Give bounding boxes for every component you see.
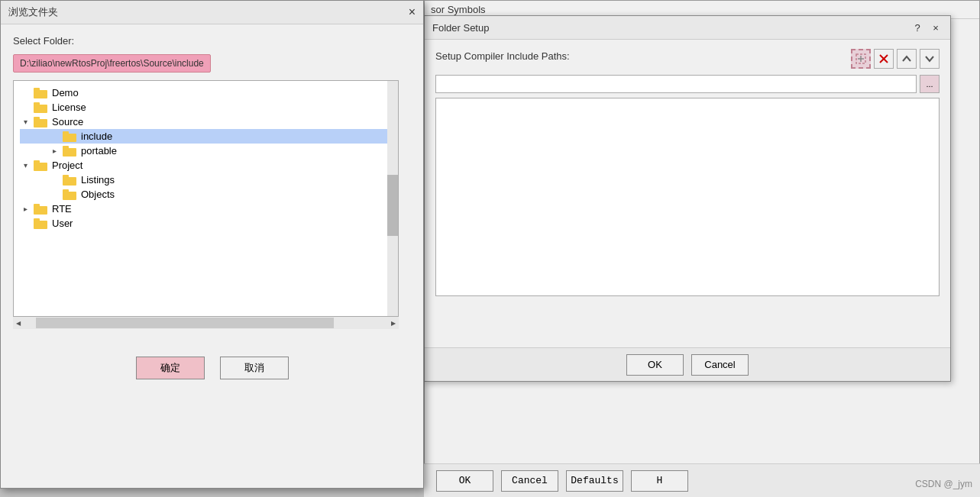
tree-item[interactable]: ▾Project	[20, 158, 392, 173]
hscroll-right-button[interactable]: ▶	[388, 318, 399, 328]
tree-expand-icon[interactable]: ▾	[20, 117, 31, 127]
paths-list[interactable]	[435, 98, 940, 296]
folder-icon	[34, 102, 47, 113]
tree-item-label: portable	[81, 145, 117, 157]
folder-icon	[63, 175, 76, 186]
tree-item-label: Listings	[81, 174, 115, 186]
folder-setup-close-button[interactable]: ×	[929, 21, 943, 34]
main-window-title: sor Symbols	[431, 4, 486, 15]
tree-item[interactable]: ▾Source	[20, 115, 392, 129]
tree-item[interactable]: ▸RTE	[20, 202, 392, 216]
folder-icon	[63, 189, 76, 200]
tree-item[interactable]: Listings	[20, 173, 392, 187]
tree-item-label: include	[81, 131, 112, 142]
folder-setup-body: Setup Compiler Include Paths:	[425, 40, 950, 318]
tree-expand-icon[interactable]	[49, 189, 60, 200]
folder-icon	[34, 117, 47, 127]
tree-expand-icon[interactable]	[20, 102, 31, 113]
select-folder-label: Select Folder:	[13, 35, 411, 47]
folder-icon	[34, 204, 47, 215]
tree-item-label: RTE	[52, 203, 72, 215]
folder-icon	[34, 88, 47, 98]
folder-tree-container[interactable]: DemoLicense▾Sourceinclude▸portable▾Proje…	[13, 80, 399, 317]
main-cancel-button[interactable]: Cancel	[501, 470, 558, 492]
main-bottom-bar: OK Cancel Defaults H CSDN @_jym	[424, 463, 980, 497]
tree-item-label: Demo	[52, 87, 79, 98]
path-input[interactable]	[435, 75, 917, 93]
browse-titlebar: 浏览文件夹 ×	[1, 1, 423, 24]
up-arrow-icon	[901, 53, 912, 64]
browse-cancel-button[interactable]: 取消	[220, 357, 289, 379]
delete-path-button[interactable]	[874, 49, 894, 69]
delete-icon	[878, 53, 889, 64]
tree-scrollbar-thumb[interactable]	[387, 175, 398, 236]
selected-path-display: D:\ziliao\newRtosProj\freertos\Source\in…	[13, 54, 211, 73]
browse-confirm-button[interactable]: 确定	[136, 357, 205, 379]
main-defaults-button[interactable]: Defaults	[566, 470, 623, 492]
main-help-button[interactable]: H	[631, 470, 688, 492]
folder-setup-title-actions: ? ×	[910, 21, 943, 34]
tree-item[interactable]: ▸portable	[20, 144, 392, 158]
tree-expand-icon[interactable]	[20, 218, 31, 229]
tree-horizontal-scrollbar[interactable]: ◀ ▶	[13, 317, 399, 329]
tree-item[interactable]: License	[20, 100, 392, 115]
tree-item-label: Source	[52, 116, 83, 127]
hscroll-left-button[interactable]: ◀	[13, 318, 24, 328]
folder-icon	[63, 146, 76, 157]
hscroll-thumb[interactable]	[36, 318, 334, 328]
folder-setup-footer: OK Cancel	[425, 347, 950, 381]
tree-expand-icon[interactable]	[49, 131, 60, 142]
folder-setup-toolbar: Setup Compiler Include Paths:	[435, 49, 940, 69]
tree-expand-icon[interactable]	[49, 175, 60, 186]
path-input-row: ...	[435, 75, 940, 93]
folder-setup-cancel-button[interactable]: Cancel	[691, 354, 749, 376]
tree-vertical-scrollbar[interactable]	[387, 81, 398, 316]
browse-body: Select Folder: D:\ziliao\newRtosProj\fre…	[1, 24, 423, 347]
tree-expand-icon[interactable]: ▾	[20, 160, 31, 171]
main-ok-button[interactable]: OK	[436, 470, 493, 492]
move-up-button[interactable]	[897, 49, 917, 69]
folder-setup-title: Folder Setup	[432, 22, 489, 34]
folder-setup-titlebar: Folder Setup ? ×	[425, 16, 950, 40]
tree-item[interactable]: include	[20, 129, 392, 144]
move-down-button[interactable]	[920, 49, 940, 69]
tree-expand-icon[interactable]: ▸	[49, 146, 60, 157]
browse-path-button[interactable]: ...	[920, 75, 940, 93]
browse-title: 浏览文件夹	[8, 5, 58, 19]
add-icon	[855, 53, 866, 64]
tree-item-label: License	[52, 102, 86, 113]
setup-compiler-label: Setup Compiler Include Paths:	[435, 50, 570, 62]
folder-tree[interactable]: DemoLicense▾Sourceinclude▸portable▾Proje…	[14, 81, 398, 316]
folder-setup-ok-button[interactable]: OK	[626, 354, 684, 376]
tree-item[interactable]: Objects	[20, 187, 392, 202]
folder-icon	[34, 160, 47, 171]
folder-icon	[34, 218, 47, 229]
browse-close-button[interactable]: ×	[409, 5, 416, 19]
folder-setup-dialog: Folder Setup ? × Setup Compiler Include …	[424, 15, 951, 382]
folder-icon	[63, 131, 76, 142]
tree-expand-icon[interactable]: ▸	[20, 204, 31, 215]
add-path-button[interactable]	[851, 49, 871, 69]
browse-footer: 确定 取消	[1, 347, 423, 389]
watermark: CSDN @_jym	[915, 479, 972, 489]
browse-dialog: 浏览文件夹 × Select Folder: D:\ziliao\newRtos…	[0, 0, 424, 489]
tree-item-label: User	[52, 218, 73, 229]
tree-item-label: Objects	[81, 189, 115, 200]
down-arrow-icon	[924, 53, 935, 64]
tree-item[interactable]: User	[20, 216, 392, 231]
tree-item-label: Project	[52, 160, 82, 171]
tree-item[interactable]: Demo	[20, 86, 392, 100]
tree-expand-icon[interactable]	[20, 88, 31, 98]
folder-setup-help-button[interactable]: ?	[910, 21, 924, 34]
